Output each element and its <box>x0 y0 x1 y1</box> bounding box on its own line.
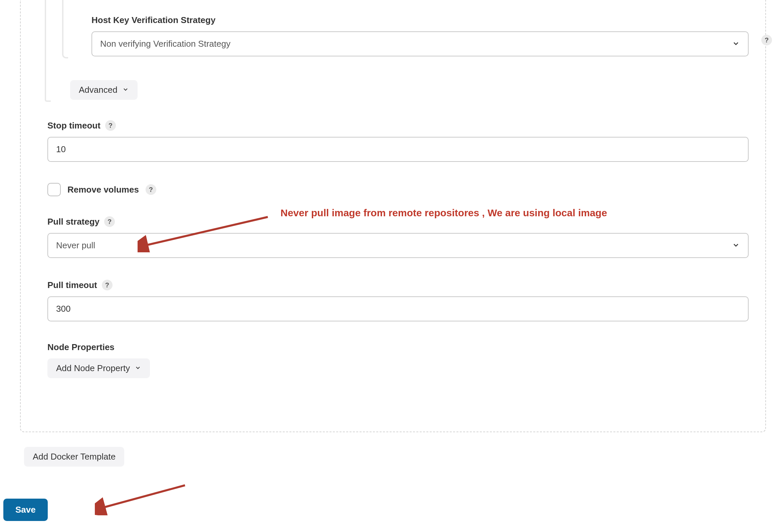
annotation-text: Never pull image from remote repositores… <box>281 207 607 219</box>
pull-strategy-label: Pull strategy <box>47 217 100 227</box>
host-key-select-value: Non verifying Verification Strategy <box>100 39 230 49</box>
add-node-property-button[interactable]: Add Node Property <box>47 358 150 378</box>
help-icon[interactable]: ? <box>102 280 112 290</box>
stop-timeout-input[interactable] <box>47 137 749 162</box>
chevron-down-icon <box>122 85 129 95</box>
save-button[interactable]: Save <box>3 499 48 521</box>
add-docker-template-button[interactable]: Add Docker Template <box>24 447 124 466</box>
pull-strategy-select-value: Never pull <box>56 240 95 250</box>
remove-volumes-checkbox[interactable] <box>47 183 61 196</box>
host-key-label-text: Host Key Verification Strategy <box>92 15 215 25</box>
remove-volumes-label: Remove volumes <box>67 185 139 195</box>
chevron-down-icon <box>135 363 141 374</box>
pull-strategy-select[interactable]: Never pull <box>47 233 749 258</box>
add-node-property-label: Add Node Property <box>56 363 130 374</box>
stop-timeout-label: Stop timeout <box>47 120 101 131</box>
pull-timeout-input[interactable] <box>47 296 749 321</box>
add-docker-template-label: Add Docker Template <box>33 452 115 462</box>
help-icon[interactable]: ? <box>104 216 115 227</box>
svg-line-3 <box>102 485 185 508</box>
host-key-select[interactable]: Non verifying Verification Strategy <box>92 31 749 56</box>
arrow-annotation-icon <box>95 482 188 515</box>
node-properties-label: Node Properties <box>47 342 114 352</box>
advanced-button-label: Advanced <box>79 85 117 95</box>
advanced-button[interactable]: Advanced <box>70 80 138 100</box>
pull-timeout-label: Pull timeout <box>47 280 97 290</box>
save-button-label: Save <box>15 505 36 515</box>
help-icon[interactable]: ? <box>105 120 116 131</box>
help-icon[interactable]: ? <box>761 35 772 45</box>
host-key-label: Host Key Verification Strategy <box>92 15 749 25</box>
help-icon[interactable]: ? <box>146 184 156 195</box>
